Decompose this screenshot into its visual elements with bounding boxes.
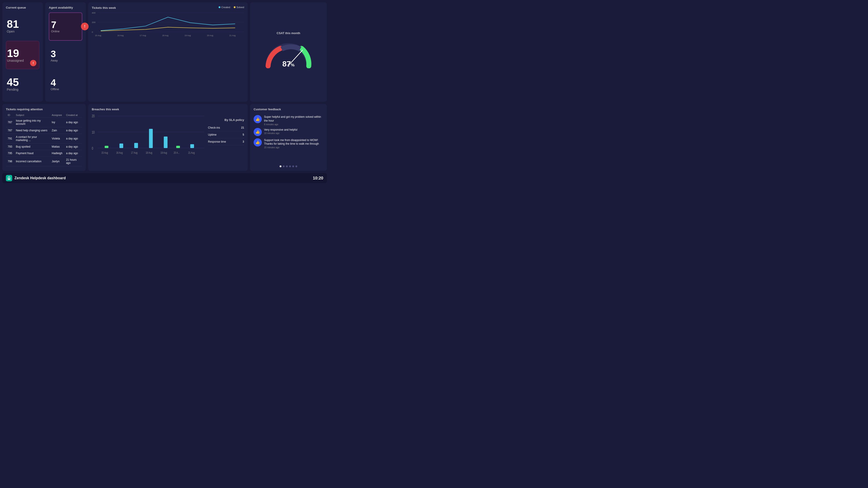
queue-pending-label: Pending [7,88,38,91]
cell-subject: Incorrect cancellation [14,157,50,166]
svg-text:19 Aug: 19 Aug [184,34,191,37]
policy-title: By SLA policy [208,118,244,122]
queue-pending: 45 Pending [6,70,39,98]
cell-assignee: Matias [50,144,64,150]
table-row[interactable]: 787 Issue getting into my account Ivy a … [6,118,82,127]
csat-value: 87% [282,59,294,68]
feedback-text-1: Super helpful and got my problem solved … [264,115,323,123]
cell-assignee: Ivy [50,118,64,127]
svg-text:10: 10 [92,130,95,134]
queue-open-label: Open [7,30,38,33]
csat-title: CSAT this month [254,31,323,35]
cell-subject: Issue getting into my account [14,118,50,127]
table-row[interactable]: 793 Bug spotted Matias a day ago [6,144,82,150]
table-row[interactable]: 787 Need help changing users Zain a day … [6,127,82,134]
breaches-title: Breaches this week [92,108,244,111]
tickets-week-title: Tickets this week [92,6,116,9]
dot-6[interactable] [296,165,297,167]
dot-3[interactable] [286,165,288,167]
cell-subject: A contact for your marketing ... [14,134,50,144]
table-row[interactable]: 798 Incorrect cancellation Jaxtyn 21 hou… [6,157,82,166]
cell-assignee: Violeta [50,134,64,144]
agent-online: 7 Online [49,12,82,41]
cell-subject: Bug spotted [14,144,50,150]
created-dot [219,6,220,8]
svg-text:20 Aug: 20 Aug [207,34,213,37]
agent-availability-panel: Agent availability 7 Online ! 3 Away 4 O… [45,2,86,102]
agent-online-label: Online [51,30,80,33]
svg-rect-27 [164,136,168,148]
svg-text:15 Aug: 15 Aug [95,34,101,37]
csat-gauge: 70% 100% 87% [264,41,313,73]
agent-away-label: Away [51,59,81,62]
tickets-legend: Created Solved [219,6,244,8]
svg-text:18 Aug: 18 Aug [162,34,168,37]
col-subject: Subject [14,113,50,118]
tickets-attention-title: Tickets requiring attention [6,108,82,111]
svg-rect-26 [149,129,153,148]
cell-created: a day ago [64,134,82,144]
col-id: ID [6,113,14,118]
footer-title: Zendesk Helpdesk dashboard [14,176,66,180]
feedback-title: Customer feedback [254,108,323,111]
tickets-chart-area: 400 200 0 15 Aug 16 Aug 17 Aug 18 Aug 19… [92,10,244,98]
cell-subject: Payment fraud [14,150,50,157]
legend-created: Created [219,6,230,8]
footer-time: 10:20 [313,176,323,181]
svg-rect-37 [8,179,10,180]
tickets-table: ID Subject Assignee Created at 787 Issue… [6,113,82,166]
queue-open-number: 81 [7,19,38,30]
dot-5[interactable] [292,165,294,167]
table-row[interactable]: 791 A contact for your marketing ... Vio… [6,134,82,144]
agent-avail-title: Agent availability [49,6,82,9]
svg-text:0: 0 [92,31,93,33]
tickets-week-panel: Tickets this week Created Solved 400 200… [88,2,248,102]
cell-assignee: Hadleigh [50,150,64,157]
svg-rect-23 [105,146,108,148]
feedback-time-1: 8 minutes ago [264,123,323,126]
footer: Zendesk Helpdesk dashboard 10:20 [2,173,327,183]
zendesk-logo-icon [6,175,12,181]
svg-rect-29 [190,144,194,148]
feedback-time-2: 10 minutes ago [264,132,297,134]
svg-text:16 Aug: 16 Aug [117,34,124,37]
table-row[interactable]: 795 Payment fraud Hadleigh a day ago [6,150,82,157]
cell-created: a day ago [64,144,82,150]
footer-logo: Zendesk Helpdesk dashboard [6,175,66,181]
dot-4[interactable] [289,165,291,167]
feedback-icon-3: 👍 [254,138,262,147]
col-created: Created at [64,113,82,118]
dot-1[interactable] [280,165,281,167]
queue-pending-number: 45 [7,77,38,88]
agent-offline: 4 Offline [49,71,82,98]
cell-id: 787 [6,118,14,127]
agent-offline-label: Offline [51,88,81,91]
online-alert-badge: ! [81,23,89,30]
svg-text:18 Aug: 18 Aug [146,151,152,154]
feedback-item-1: 👍 Super helpful and got my problem solve… [254,115,323,126]
tickets-attention-panel: Tickets requiring attention ID Subject A… [2,104,86,171]
agent-away: 3 Away [49,42,82,69]
svg-text:16 Aug: 16 Aug [116,151,123,154]
tickets-chart-svg: 400 200 0 15 Aug 16 Aug 17 Aug 18 Aug 19… [92,10,244,46]
svg-rect-25 [134,143,138,148]
cell-id: 795 [6,150,14,157]
cell-created: a day ago [64,127,82,134]
feedback-icon-2: 👍 [254,128,262,136]
col-assignee: Assignee [50,113,64,118]
agent-online-number: 7 [51,20,80,30]
svg-text:200: 200 [92,21,96,24]
breaches-panel: Breaches this week 20 10 0 [88,104,248,171]
svg-text:21 Aug: 21 Aug [229,34,236,37]
svg-text:400: 400 [92,11,96,14]
svg-text:15 Aug: 15 Aug [101,151,108,154]
dot-2[interactable] [283,165,285,167]
policy-response: Response time 3 [208,138,244,145]
agent-away-number: 3 [51,49,81,59]
feedback-item-3: 👍 Support took me from disappointed to W… [254,138,323,149]
policy-checkins-value: 21 [241,126,244,129]
legend-solved-label: Solved [237,6,244,8]
queue-unassigned: 19 Unassigned ! [6,41,39,69]
feedback-icon-1: 👍 [254,115,262,123]
cell-id: 791 [6,134,14,144]
